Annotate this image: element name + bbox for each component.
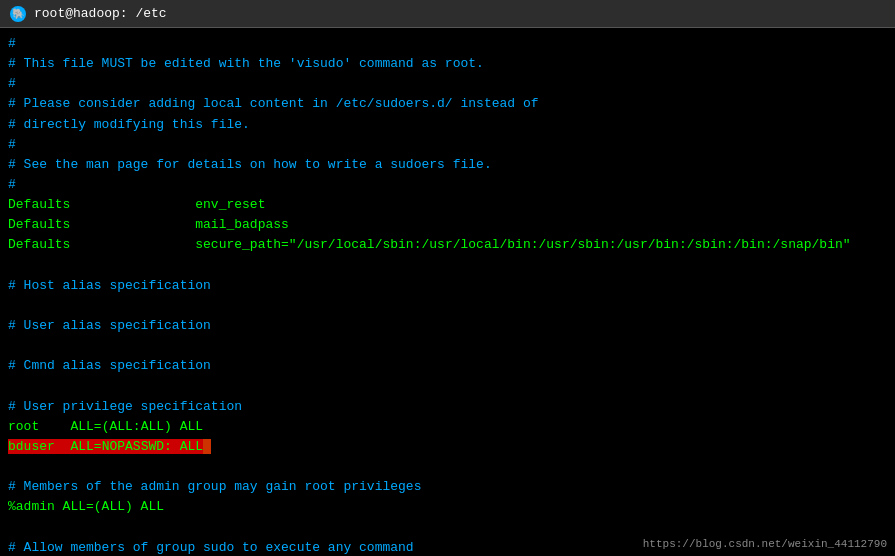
- line-22: [8, 457, 887, 477]
- line-18: [8, 376, 887, 396]
- title-bar: 🐘 root@hadoop: /etc: [0, 0, 895, 28]
- line-6: #: [8, 135, 887, 155]
- line-11: Defaults secure_path="/usr/local/sbin:/u…: [8, 235, 887, 255]
- line-10: Defaults mail_badpass: [8, 215, 887, 235]
- line-9: Defaults env_reset: [8, 195, 887, 215]
- line-3: #: [8, 74, 887, 94]
- line-17: # Cmnd alias specification: [8, 356, 887, 376]
- line-5: # directly modifying this file.: [8, 115, 887, 135]
- line-23: # Members of the admin group may gain ro…: [8, 477, 887, 497]
- line-19: # User privilege specification: [8, 397, 887, 417]
- watermark: https://blog.csdn.net/weixin_44112790: [643, 538, 887, 550]
- line-7: # See the man page for details on how to…: [8, 155, 887, 175]
- line-13: # Host alias specification: [8, 276, 887, 296]
- title-text: root@hadoop: /etc: [34, 6, 167, 21]
- line-1: #: [8, 34, 887, 54]
- line-14: [8, 296, 887, 316]
- terminal-icon: 🐘: [10, 6, 26, 22]
- line-4: # Please consider adding local content i…: [8, 94, 887, 114]
- line-21: bduser ALL=NOPASSWD: ALL: [8, 437, 887, 457]
- line-20: root ALL=(ALL:ALL) ALL: [8, 417, 887, 437]
- terminal-window[interactable]: # # This file MUST be edited with the 'v…: [0, 28, 895, 556]
- line-16: [8, 336, 887, 356]
- line-2: # This file MUST be edited with the 'vis…: [8, 54, 887, 74]
- line-24: %admin ALL=(ALL) ALL: [8, 497, 887, 517]
- line-12: [8, 256, 887, 276]
- line-25: [8, 517, 887, 537]
- line-15: # User alias specification: [8, 316, 887, 336]
- line-8: #: [8, 175, 887, 195]
